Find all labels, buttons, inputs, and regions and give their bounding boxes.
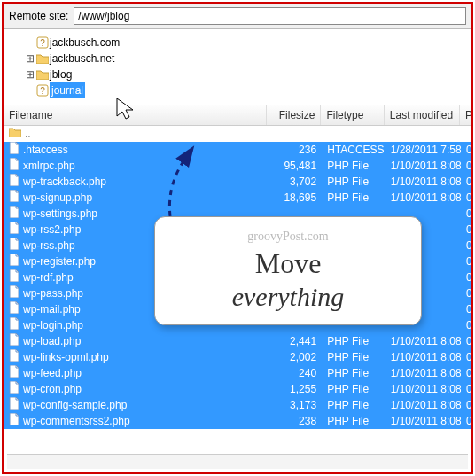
file-permissions-cell: 06: [461, 285, 471, 301]
file-row[interactable]: .htaccess236HTACCESS…1/28/2011 7:58:…06: [4, 142, 471, 158]
file-permissions-cell: 06: [461, 317, 471, 333]
svg-text:?: ?: [40, 86, 45, 96]
file-permissions-cell: 06: [461, 333, 471, 349]
file-name: wp-login.php: [23, 317, 83, 333]
file-icon: [9, 142, 19, 158]
callout-line-1: Move: [173, 247, 403, 280]
file-name: wp-load.php: [23, 333, 81, 349]
file-list-header[interactable]: Filename Filesize Filetype Last modified…: [4, 105, 471, 126]
file-type-cell: PHP File: [322, 381, 385, 397]
file-modified-cell: 1/10/2011 8:08:…: [385, 349, 461, 365]
file-row[interactable]: wp-trackback.php3,702PHP File1/10/2011 8…: [4, 174, 471, 190]
file-name: .htaccess: [23, 142, 68, 158]
expander-plus-icon[interactable]: ⊞: [25, 51, 35, 66]
tree-node-jackbusch.net[interactable]: ⊞jackbusch.net: [11, 51, 464, 66]
file-row[interactable]: wp-load.php2,441PHP File1/10/2011 8:08:……: [4, 333, 471, 349]
folder-icon: [35, 53, 50, 64]
file-icon: [9, 238, 19, 254]
file-permissions-cell: 06: [461, 238, 471, 254]
scrollbar-bottom[interactable]: [7, 454, 468, 469]
file-row[interactable]: wp-links-opml.php2,002PHP File1/10/2011 …: [4, 349, 471, 365]
remote-site-label: Remote site:: [9, 10, 68, 22]
file-icon: [9, 174, 19, 190]
file-name: wp-register.php: [23, 254, 96, 269]
file-size-cell: 240: [268, 365, 323, 381]
file-type-cell: PHP File: [322, 397, 385, 413]
column-last-modified[interactable]: Last modified: [385, 105, 460, 125]
file-icon: [9, 413, 19, 429]
file-permissions-cell: 06: [461, 174, 471, 190]
file-icon: [9, 301, 19, 317]
tree-node-jblog[interactable]: ⊞jblog: [11, 66, 464, 82]
file-name: xmlrpc.php: [23, 158, 75, 174]
tree-node-label: jblog: [50, 66, 72, 82]
column-permissions[interactable]: Pe: [460, 105, 471, 125]
expander-plus-icon[interactable]: ⊞: [25, 66, 35, 82]
file-row[interactable]: wp-config-sample.php3,173PHP File1/10/20…: [4, 397, 471, 413]
file-name-cell: xmlrpc.php: [4, 158, 268, 174]
file-name: wp-settings.php: [23, 206, 97, 222]
file-permissions-cell: 06: [461, 349, 471, 365]
remote-folder-tree[interactable]: ?jackbusch.com⊞jackbusch.net⊞jblog?journ…: [4, 29, 471, 105]
file-permissions-cell: 06: [461, 190, 471, 206]
tree-node-label: jackbusch.com: [50, 35, 120, 51]
file-type-cell: HTACCESS…: [322, 142, 385, 158]
file-name: wp-mail.php: [23, 301, 81, 317]
file-name: wp-links-opml.php: [23, 349, 109, 365]
file-permissions-cell: 06: [461, 269, 471, 285]
file-icon: [9, 269, 19, 285]
file-modified-cell: 1/10/2011 8:08:…: [385, 158, 461, 174]
column-filename[interactable]: Filename: [4, 105, 267, 125]
remote-path-input[interactable]: [74, 7, 466, 25]
tree-node-journal[interactable]: ?journal: [11, 82, 464, 98]
file-name: wp-commentsrss2.php: [23, 413, 130, 429]
file-icon: [9, 317, 19, 333]
tree-node-jackbusch.com[interactable]: ?jackbusch.com: [11, 35, 464, 51]
file-modified-cell: 1/10/2011 8:08:…: [385, 413, 461, 429]
svg-text:?: ?: [40, 38, 45, 48]
file-name: wp-feed.php: [23, 365, 82, 381]
file-name: wp-pass.php: [23, 285, 83, 301]
file-name-cell: wp-commentsrss2.php: [4, 413, 268, 429]
file-icon: [9, 333, 19, 349]
file-permissions-cell: 06: [461, 206, 471, 222]
file-icon: [9, 222, 19, 238]
file-type-cell: PHP File: [322, 333, 385, 349]
file-name: wp-cron.php: [23, 381, 82, 397]
file-permissions-cell: 06: [461, 142, 471, 158]
file-modified-cell: 1/10/2011 8:08:…: [385, 397, 461, 413]
file-name-cell: .htaccess: [4, 142, 268, 158]
file-icon: [9, 158, 19, 174]
tree-node-label: journal: [50, 82, 85, 98]
file-icon: [9, 397, 19, 413]
file-row[interactable]: wp-signup.php18,695PHP File1/10/2011 8:0…: [4, 190, 471, 206]
file-modified-cell: 1/10/2011 8:08:…: [385, 365, 461, 381]
unknown-folder-icon: ?: [35, 84, 50, 97]
tree-node-label: jackbusch.net: [50, 51, 114, 66]
parent-dir-row[interactable]: ..: [4, 126, 471, 142]
file-name-cell: wp-cron.php: [4, 381, 268, 397]
file-permissions-cell: 06: [461, 365, 471, 381]
file-size-cell: 18,695: [268, 190, 323, 206]
file-name: wp-trackback.php: [23, 174, 106, 190]
file-size-cell: 3,702: [268, 174, 323, 190]
file-size-cell: 1,255: [268, 381, 323, 397]
annotation-callout: groovyPost.com Move everything: [154, 216, 422, 325]
file-row[interactable]: wp-cron.php1,255PHP File1/10/2011 8:08:……: [4, 381, 471, 397]
column-filetype[interactable]: Filetype: [321, 105, 384, 125]
file-row[interactable]: wp-commentsrss2.php238PHP File1/10/2011 …: [4, 413, 471, 429]
file-modified-cell: 1/10/2011 8:08:…: [385, 174, 461, 190]
file-type-cell: PHP File: [322, 158, 385, 174]
file-size-cell: 2,002: [268, 349, 323, 365]
folder-icon: [35, 69, 50, 80]
file-permissions-cell: 06: [461, 158, 471, 174]
file-name: wp-rdf.php: [23, 269, 74, 285]
file-icon: [9, 190, 19, 206]
file-name-cell: wp-signup.php: [4, 190, 268, 206]
column-filesize[interactable]: Filesize: [267, 105, 321, 125]
file-size-cell: 2,441: [268, 333, 323, 349]
file-row[interactable]: wp-feed.php240PHP File1/10/2011 8:08:…06: [4, 365, 471, 381]
file-modified-cell: 1/10/2011 8:08:…: [385, 333, 461, 349]
file-name-cell: wp-trackback.php: [4, 174, 268, 190]
file-row[interactable]: xmlrpc.php95,481PHP File1/10/2011 8:08:……: [4, 158, 471, 174]
